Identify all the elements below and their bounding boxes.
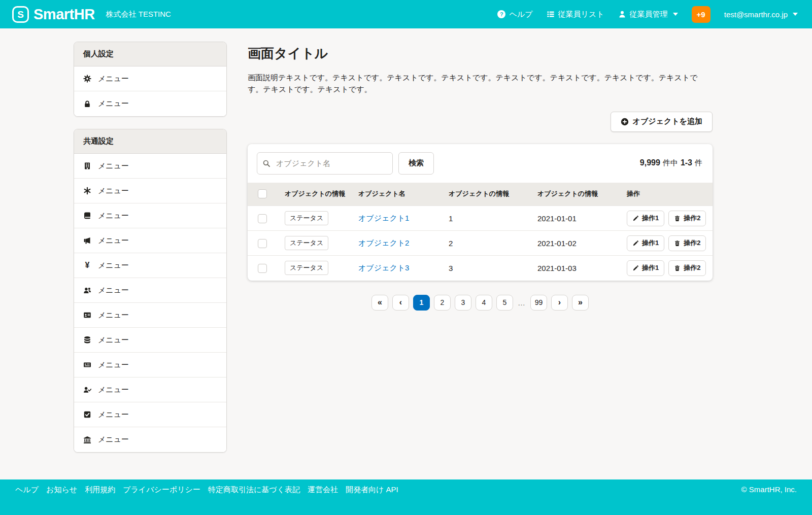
user-check-icon	[83, 386, 91, 394]
page-button-3[interactable]: 3	[455, 295, 471, 311]
footer-link-company[interactable]: 運営会社	[308, 485, 338, 495]
sidebar-item-label: メニュー	[98, 435, 129, 444]
employee-admin-label: 従業員管理	[630, 10, 668, 19]
sidebar-item-label: メニュー	[98, 286, 129, 295]
action2-button[interactable]: 操作2	[668, 235, 706, 251]
action2-button[interactable]: 操作2	[668, 260, 706, 276]
row-checkbox[interactable]	[258, 214, 267, 223]
sidebar-item-label: メニュー	[98, 410, 129, 420]
object-date: 2021-01-02	[537, 231, 627, 256]
next-page-button[interactable]: ›	[551, 295, 568, 311]
gear-icon	[83, 75, 91, 83]
bullhorn-icon	[83, 236, 91, 245]
footer-link-news[interactable]: お知らせ	[46, 485, 77, 495]
app-footer: ヘルプ お知らせ 利用規約 プライバシーポリシー 特定商取引法に基づく表記 運営…	[0, 479, 812, 515]
sidebar-item-label: メニュー	[98, 335, 129, 345]
search-button[interactable]: 検索	[398, 152, 434, 175]
page-button-2[interactable]: 2	[434, 295, 451, 311]
object-list-card: 検索 9,999 件中 1-3 件	[248, 144, 713, 281]
pencil-icon	[632, 240, 639, 247]
page-title: 画面タイトル	[248, 45, 713, 62]
employee-admin-dropdown[interactable]: 従業員管理	[618, 10, 678, 19]
footer-link-terms[interactable]: 利用規約	[85, 485, 115, 495]
action2-label: 操作2	[684, 238, 700, 248]
action2-label: 操作2	[684, 214, 700, 223]
sidebar-item-common-5[interactable]: ¥ メニュー	[74, 253, 226, 278]
row-checkbox[interactable]	[258, 264, 267, 273]
action1-button[interactable]: 操作1	[627, 235, 664, 251]
action1-button[interactable]: 操作1	[627, 211, 664, 226]
sidebar-section-title: 個人設定	[74, 42, 226, 66]
row-checkbox[interactable]	[258, 239, 267, 248]
sidebar-item-common-11[interactable]: メニュー	[74, 402, 226, 427]
sidebar-item-common-8[interactable]: メニュー	[74, 328, 226, 353]
object-date: 2021-01-01	[537, 206, 627, 231]
sidebar-item-common-6[interactable]: メニュー	[74, 278, 226, 303]
pagination: « ‹ 1 2 3 4 5 … 99 › »	[248, 295, 713, 311]
employee-list-link[interactable]: 従業員リスト	[547, 10, 604, 19]
building-icon	[83, 162, 91, 170]
pencil-icon	[632, 215, 639, 222]
sidebar-item-common-9[interactable]: メニュー	[74, 353, 226, 377]
select-all-checkbox[interactable]	[258, 189, 267, 198]
column-header: オブジェクト名	[358, 183, 449, 206]
page-button-5[interactable]: 5	[496, 295, 513, 311]
page-description: 画面説明テキストです。テキストです。テキストです。テキストです。テキストです。テ…	[248, 72, 713, 95]
money-check-icon	[83, 361, 91, 369]
count-unit-label: 件	[695, 158, 702, 168]
sidebar-item-personal-1[interactable]: メニュー	[74, 66, 226, 91]
object-link[interactable]: オブジェクト2	[358, 238, 409, 247]
object-date: 2021-01-03	[537, 256, 627, 281]
sidebar-item-personal-2[interactable]: メニュー	[74, 91, 226, 116]
add-object-button[interactable]: オブジェクトを追加	[611, 112, 713, 132]
result-count: 9,999 件中 1-3 件	[640, 158, 703, 168]
sidebar-item-common-1[interactable]: メニュー	[74, 154, 226, 179]
yen-icon: ¥	[83, 261, 91, 269]
footer-link-help[interactable]: ヘルプ	[15, 485, 39, 495]
table-row: ステータス オブジェクト2 2 2021-01-02 操作1	[248, 231, 713, 256]
sidebar-item-common-12[interactable]: メニュー	[74, 427, 226, 452]
footer-link-developer-api[interactable]: 開発者向け API	[346, 485, 398, 495]
action1-button[interactable]: 操作1	[627, 260, 664, 276]
employee-list-label: 従業員リスト	[558, 10, 604, 19]
action1-label: 操作1	[642, 214, 659, 223]
object-link[interactable]: オブジェクト1	[358, 214, 409, 222]
sidebar-item-common-10[interactable]: メニュー	[74, 377, 226, 402]
page-button-1[interactable]: 1	[413, 295, 430, 311]
id-card-icon	[83, 311, 91, 319]
smarthr-logo[interactable]: S SmartHR	[12, 6, 95, 23]
status-badge: ステータス	[285, 261, 328, 275]
notification-badge[interactable]: +9	[692, 6, 710, 23]
footer-link-commerce-law[interactable]: 特定商取引法に基づく表記	[208, 485, 300, 495]
book-icon	[83, 212, 91, 220]
object-table: オブジェクトの情報 オブジェクト名 オブジェクトの情報 オブジェクトの情報 操作…	[248, 183, 713, 281]
sidebar-item-label: メニュー	[98, 311, 129, 320]
smarthr-logo-text: SmartHR	[33, 6, 95, 23]
sidebar-item-common-7[interactable]: メニュー	[74, 303, 226, 328]
last-page-button[interactable]: »	[572, 295, 589, 311]
sidebar-item-common-4[interactable]: メニュー	[74, 228, 226, 253]
page-button-4[interactable]: 4	[476, 295, 492, 311]
range-count: 1-3	[681, 158, 692, 167]
company-name: 株式会社 TESTINC	[106, 10, 171, 19]
column-header: オブジェクトの情報	[449, 183, 537, 206]
sidebar-item-common-2[interactable]: メニュー	[74, 179, 226, 203]
page-button-99[interactable]: 99	[530, 295, 547, 311]
prev-page-button[interactable]: ‹	[392, 295, 409, 311]
footer-link-privacy[interactable]: プライバシーポリシー	[123, 485, 200, 495]
footer-links: ヘルプ お知らせ 利用規約 プライバシーポリシー 特定商取引法に基づく表記 運営…	[15, 485, 398, 495]
check-square-icon	[83, 410, 91, 419]
search-input[interactable]	[257, 152, 393, 175]
asterisk-icon	[83, 187, 91, 195]
add-object-label: オブジェクトを追加	[633, 117, 702, 126]
status-badge: ステータス	[285, 211, 328, 225]
account-dropdown[interactable]: test@smarthr.co.jp	[724, 10, 798, 19]
action2-button[interactable]: 操作2	[668, 211, 706, 226]
help-link[interactable]: ? ヘルプ	[497, 10, 532, 19]
sidebar-item-label: メニュー	[98, 161, 129, 171]
sidebar-item-common-3[interactable]: メニュー	[74, 203, 226, 228]
first-page-button[interactable]: «	[371, 295, 388, 311]
account-email: test@smarthr.co.jp	[724, 10, 788, 19]
pencil-icon	[632, 265, 639, 271]
object-link[interactable]: オブジェクト3	[358, 263, 409, 272]
